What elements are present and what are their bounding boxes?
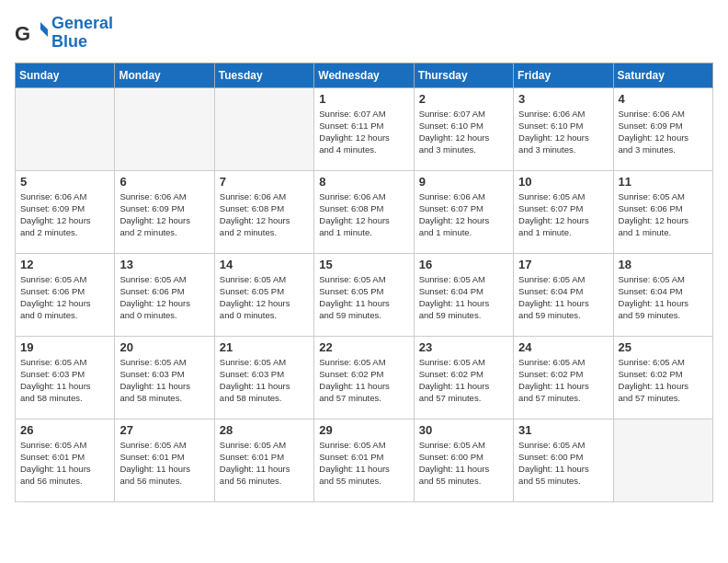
day-info: Sunrise: 6:05 AM Sunset: 6:00 PM Dayligh… <box>518 439 608 488</box>
calendar-week-3: 12Sunrise: 6:05 AM Sunset: 6:06 PM Dayli… <box>16 253 713 336</box>
calendar-cell: 7Sunrise: 6:06 AM Sunset: 6:08 PM Daylig… <box>214 170 313 253</box>
calendar-cell: 22Sunrise: 6:05 AM Sunset: 6:02 PM Dayli… <box>314 336 414 419</box>
calendar-week-5: 26Sunrise: 6:05 AM Sunset: 6:01 PM Dayli… <box>16 419 713 501</box>
calendar-cell: 27Sunrise: 6:05 AM Sunset: 6:01 PM Dayli… <box>115 419 214 501</box>
day-info: Sunrise: 6:05 AM Sunset: 6:02 PM Dayligh… <box>619 356 708 405</box>
day-number: 16 <box>419 258 508 271</box>
calendar-cell: 8Sunrise: 6:06 AM Sunset: 6:08 PM Daylig… <box>314 170 414 253</box>
day-info: Sunrise: 6:05 AM Sunset: 6:01 PM Dayligh… <box>319 439 408 488</box>
day-info: Sunrise: 6:05 AM Sunset: 6:01 PM Dayligh… <box>20 439 109 488</box>
col-header-monday: Monday <box>115 63 214 87</box>
calendar-cell: 5Sunrise: 6:06 AM Sunset: 6:09 PM Daylig… <box>16 170 115 253</box>
day-info: Sunrise: 6:05 AM Sunset: 6:00 PM Dayligh… <box>419 439 508 488</box>
day-number: 9 <box>419 175 508 189</box>
day-number: 15 <box>319 258 408 271</box>
day-number: 30 <box>419 423 508 437</box>
day-info: Sunrise: 6:06 AM Sunset: 6:10 PM Dayligh… <box>518 108 608 156</box>
svg-marker-1 <box>40 22 48 29</box>
calendar-cell: 19Sunrise: 6:05 AM Sunset: 6:03 PM Dayli… <box>16 336 115 419</box>
calendar-cell: 21Sunrise: 6:05 AM Sunset: 6:03 PM Dayli… <box>214 336 313 419</box>
calendar-cell <box>115 87 214 170</box>
day-info: Sunrise: 6:05 AM Sunset: 6:03 PM Dayligh… <box>220 356 309 405</box>
day-number: 1 <box>319 92 408 106</box>
day-info: Sunrise: 6:07 AM Sunset: 6:11 PM Dayligh… <box>319 108 408 156</box>
day-number: 11 <box>619 175 708 189</box>
calendar-cell: 17Sunrise: 6:05 AM Sunset: 6:04 PM Dayli… <box>514 253 613 336</box>
calendar-cell: 24Sunrise: 6:05 AM Sunset: 6:02 PM Dayli… <box>514 336 613 419</box>
day-number: 6 <box>119 175 209 189</box>
calendar-cell: 12Sunrise: 6:05 AM Sunset: 6:06 PM Dayli… <box>16 253 115 336</box>
day-info: Sunrise: 6:05 AM Sunset: 6:02 PM Dayligh… <box>319 356 408 405</box>
day-number: 20 <box>119 340 209 354</box>
page-header: G General Blue <box>15 15 713 52</box>
logo-icon: G <box>15 17 48 50</box>
calendar-week-2: 5Sunrise: 6:06 AM Sunset: 6:09 PM Daylig… <box>16 170 713 253</box>
day-info: Sunrise: 6:05 AM Sunset: 6:03 PM Dayligh… <box>119 356 209 405</box>
day-number: 24 <box>518 340 608 354</box>
calendar-cell: 6Sunrise: 6:06 AM Sunset: 6:09 PM Daylig… <box>115 170 214 253</box>
day-info: Sunrise: 6:05 AM Sunset: 6:04 PM Dayligh… <box>419 273 508 322</box>
day-info: Sunrise: 6:06 AM Sunset: 6:08 PM Dayligh… <box>220 190 309 239</box>
col-header-friday: Friday <box>514 63 613 87</box>
calendar-cell: 31Sunrise: 6:05 AM Sunset: 6:00 PM Dayli… <box>514 419 613 501</box>
day-info: Sunrise: 6:05 AM Sunset: 6:05 PM Dayligh… <box>220 273 309 322</box>
svg-marker-2 <box>40 29 48 37</box>
calendar-cell: 3Sunrise: 6:06 AM Sunset: 6:10 PM Daylig… <box>514 87 613 170</box>
logo-blue: Blue <box>51 33 113 52</box>
calendar-week-4: 19Sunrise: 6:05 AM Sunset: 6:03 PM Dayli… <box>16 336 713 419</box>
calendar-table: SundayMondayTuesdayWednesdayThursdayFrid… <box>15 63 713 502</box>
calendar-cell: 16Sunrise: 6:05 AM Sunset: 6:04 PM Dayli… <box>414 253 513 336</box>
day-number: 13 <box>119 258 209 271</box>
day-info: Sunrise: 6:06 AM Sunset: 6:08 PM Dayligh… <box>319 190 408 239</box>
calendar-cell: 20Sunrise: 6:05 AM Sunset: 6:03 PM Dayli… <box>115 336 214 419</box>
day-info: Sunrise: 6:06 AM Sunset: 6:09 PM Dayligh… <box>20 190 109 239</box>
col-header-saturday: Saturday <box>613 63 712 87</box>
calendar-cell: 29Sunrise: 6:05 AM Sunset: 6:01 PM Dayli… <box>314 419 414 501</box>
day-info: Sunrise: 6:06 AM Sunset: 6:07 PM Dayligh… <box>419 190 508 239</box>
day-number: 27 <box>119 423 209 437</box>
day-number: 2 <box>419 92 508 106</box>
calendar-week-1: 1Sunrise: 6:07 AM Sunset: 6:11 PM Daylig… <box>16 87 713 170</box>
day-number: 7 <box>220 175 309 189</box>
col-header-wednesday: Wednesday <box>314 63 414 87</box>
day-info: Sunrise: 6:05 AM Sunset: 6:06 PM Dayligh… <box>119 273 209 322</box>
logo: G General Blue <box>15 15 113 52</box>
day-number: 25 <box>619 340 708 354</box>
day-info: Sunrise: 6:05 AM Sunset: 6:03 PM Dayligh… <box>20 356 109 405</box>
calendar-cell: 28Sunrise: 6:05 AM Sunset: 6:01 PM Dayli… <box>214 419 313 501</box>
calendar-cell: 30Sunrise: 6:05 AM Sunset: 6:00 PM Dayli… <box>414 419 513 501</box>
day-number: 10 <box>518 175 608 189</box>
day-number: 23 <box>419 340 508 354</box>
day-info: Sunrise: 6:07 AM Sunset: 6:10 PM Dayligh… <box>419 108 508 156</box>
day-info: Sunrise: 6:05 AM Sunset: 6:05 PM Dayligh… <box>319 273 408 322</box>
day-info: Sunrise: 6:06 AM Sunset: 6:09 PM Dayligh… <box>619 108 708 156</box>
calendar-cell: 13Sunrise: 6:05 AM Sunset: 6:06 PM Dayli… <box>115 253 214 336</box>
day-number: 8 <box>319 175 408 189</box>
day-number: 29 <box>319 423 408 437</box>
day-number: 4 <box>619 92 708 106</box>
calendar-cell <box>16 87 115 170</box>
calendar-cell <box>214 87 313 170</box>
day-info: Sunrise: 6:05 AM Sunset: 6:02 PM Dayligh… <box>419 356 508 405</box>
calendar-cell: 10Sunrise: 6:05 AM Sunset: 6:07 PM Dayli… <box>514 170 613 253</box>
day-number: 28 <box>220 423 309 437</box>
calendar-cell: 15Sunrise: 6:05 AM Sunset: 6:05 PM Dayli… <box>314 253 414 336</box>
day-number: 21 <box>220 340 309 354</box>
day-number: 31 <box>518 423 608 437</box>
day-info: Sunrise: 6:05 AM Sunset: 6:04 PM Dayligh… <box>619 273 708 322</box>
col-header-thursday: Thursday <box>414 63 513 87</box>
calendar-cell: 14Sunrise: 6:05 AM Sunset: 6:05 PM Dayli… <box>214 253 313 336</box>
day-number: 18 <box>619 258 708 271</box>
day-number: 12 <box>20 258 109 271</box>
day-info: Sunrise: 6:05 AM Sunset: 6:06 PM Dayligh… <box>20 273 109 322</box>
calendar-cell <box>613 419 712 501</box>
calendar-cell: 11Sunrise: 6:05 AM Sunset: 6:06 PM Dayli… <box>613 170 712 253</box>
calendar-cell: 4Sunrise: 6:06 AM Sunset: 6:09 PM Daylig… <box>613 87 712 170</box>
calendar-header-row: SundayMondayTuesdayWednesdayThursdayFrid… <box>16 63 713 87</box>
calendar-cell: 25Sunrise: 6:05 AM Sunset: 6:02 PM Dayli… <box>613 336 712 419</box>
calendar-cell: 1Sunrise: 6:07 AM Sunset: 6:11 PM Daylig… <box>314 87 414 170</box>
day-info: Sunrise: 6:05 AM Sunset: 6:07 PM Dayligh… <box>518 190 608 239</box>
calendar-cell: 9Sunrise: 6:06 AM Sunset: 6:07 PM Daylig… <box>414 170 513 253</box>
col-header-tuesday: Tuesday <box>214 63 313 87</box>
day-info: Sunrise: 6:05 AM Sunset: 6:06 PM Dayligh… <box>619 190 708 239</box>
